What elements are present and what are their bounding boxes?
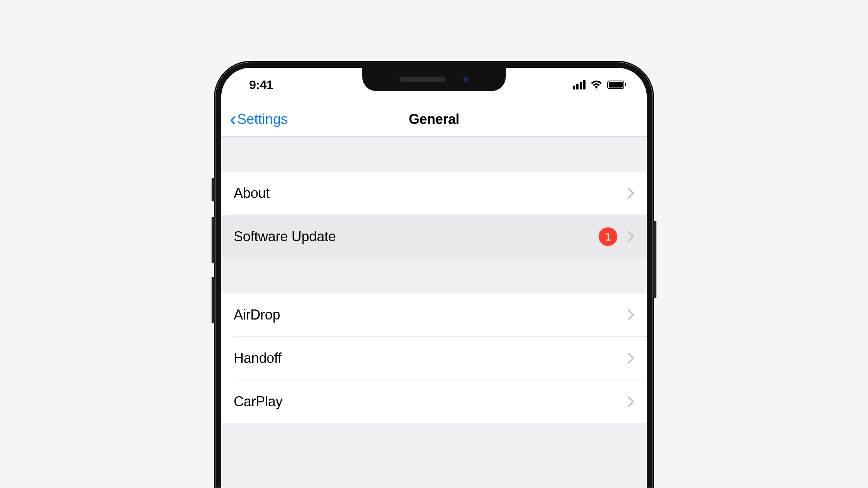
svg-rect-1 <box>609 82 623 88</box>
row-software-update[interactable]: Software Update1 <box>221 215 647 258</box>
row-label: Software Update <box>234 229 336 245</box>
volume-down-button <box>212 277 215 323</box>
navigation-bar: ‹ Settings General <box>221 102 647 137</box>
battery-icon <box>607 80 627 89</box>
chevron-right-icon <box>627 187 634 199</box>
chevron-left-icon: ‹ <box>230 113 236 125</box>
row-accessories <box>627 309 634 321</box>
row-accessories <box>627 187 634 199</box>
row-accessories <box>627 352 634 364</box>
row-label: CarPlay <box>234 393 282 410</box>
back-button[interactable]: ‹ Settings <box>230 111 288 127</box>
row-label: About <box>234 185 270 201</box>
mute-switch <box>212 178 215 201</box>
cellular-signal-icon <box>573 80 586 89</box>
notification-badge: 1 <box>599 227 617 246</box>
row-accessories <box>627 396 634 407</box>
row-label: Handoff <box>234 350 281 366</box>
notch <box>362 68 506 91</box>
speaker-grille <box>399 77 446 82</box>
page-title: General <box>409 111 460 127</box>
row-handoff[interactable]: Handoff <box>221 337 647 380</box>
row-label: AirDrop <box>234 307 280 323</box>
back-button-label: Settings <box>237 111 288 127</box>
side-button <box>653 221 656 298</box>
status-icons <box>573 80 627 89</box>
row-airdrop[interactable]: AirDrop <box>221 293 647 337</box>
status-time: 9:41 <box>249 78 273 92</box>
volume-up-button <box>212 217 215 263</box>
front-camera <box>463 76 469 82</box>
wifi-icon <box>590 80 603 89</box>
screen: 9:41 ‹ Settings <box>221 68 647 488</box>
phone-frame: 9:41 ‹ Settings <box>215 62 653 488</box>
settings-list: AboutSoftware Update1AirDropHandoffCarPl… <box>221 137 647 423</box>
row-carplay[interactable]: CarPlay <box>221 380 647 423</box>
chevron-right-icon <box>627 231 634 242</box>
row-about[interactable]: About <box>221 172 647 215</box>
row-accessories: 1 <box>599 227 634 246</box>
chevron-right-icon <box>627 396 634 407</box>
chevron-right-icon <box>627 309 634 321</box>
chevron-right-icon <box>627 352 634 364</box>
svg-rect-2 <box>625 83 626 86</box>
